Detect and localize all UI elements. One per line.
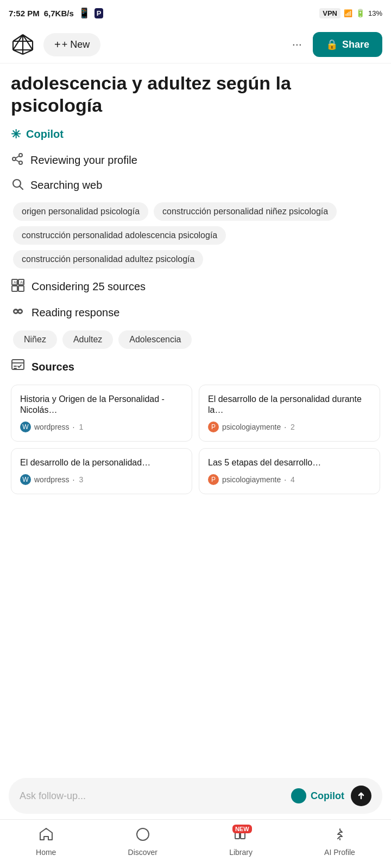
nav-home[interactable]: Home [25,822,67,861]
tag-0[interactable]: origen personalidad psicología [13,202,148,221]
header: + + New ··· 🔒 Share [0,26,391,63]
copilot-toggle-dot [291,788,306,803]
source-favicon-2: W [20,474,31,485]
source-site-3: psicologiaymente [222,475,281,484]
source-card-3[interactable]: Las 5 etapas del desarrollo… P psicologi… [199,448,380,494]
searching-label: Searching web [30,179,102,192]
home-icon [39,827,54,846]
source-card-title-3: Las 5 etapas del desarrollo… [208,457,371,469]
tag-1[interactable]: construcción personalidad niñez psicolog… [154,202,337,221]
send-button[interactable] [351,786,371,806]
source-card-footer-0: W wordpress · 1 [20,422,183,432]
svg-rect-22 [18,286,24,291]
source-card-0[interactable]: Historia y Origen de la Personalidad - N… [11,385,192,442]
vpn-badge: VPN [319,8,340,18]
svg-text:AI: AI [20,280,24,284]
plus-icon: + [54,39,61,51]
reviewing-label: Reviewing your profile [30,154,137,167]
svg-text:AI: AI [14,280,17,284]
source-dot-0: · [73,423,75,431]
source-site-0: wordpress [34,423,70,431]
reading-tag-1[interactable]: Adultez [62,330,113,349]
nav-library-label: Library [229,848,253,857]
searching-step: Searching web [11,177,380,194]
source-card-2[interactable]: El desarrollo de la personalidad… W word… [11,448,192,494]
nav-discover[interactable]: Discover [117,822,168,861]
new-button[interactable]: + + New [43,33,100,56]
considering-icon: AI AI [11,278,25,296]
status-left: 7:52 PM 6,7KB/s 📱 P [9,7,103,19]
source-favicon-0: W [20,422,31,432]
app-icon: P [94,8,104,18]
bottom-nav: Home Discover NEW Library [0,819,391,868]
whatsapp-icon: 📱 [78,7,90,19]
copilot-star-icon: ✳ [11,127,21,142]
new-label: + New [62,39,90,50]
nav-home-label: Home [36,848,56,857]
copilot-label: ✳ Copilot [11,127,380,142]
source-card-title-2: El desarrollo de la personalidad… [20,457,183,469]
nav-ai-profile[interactable]: AI Profile [313,822,366,861]
ai-profile-icon [332,827,348,846]
copilot-toggle-label: Copilot [311,790,344,802]
status-bar: 7:52 PM 6,7KB/s 📱 P VPN 📶 🔋 13% [0,0,391,26]
time: 7:52 PM [9,9,40,18]
discover-icon [135,827,150,846]
source-num-3: 4 [291,475,295,484]
nav-discover-label: Discover [128,848,157,857]
more-button[interactable]: ··· [288,33,306,56]
considering-label: Considering 25 sources [31,280,146,293]
share-button[interactable]: 🔒 Share [313,32,382,57]
svg-line-16 [16,156,20,158]
source-card-footer-1: P psicologiaymente · 2 [208,422,371,432]
reading-tag-0[interactable]: Niñez [13,330,57,349]
search-icon [11,177,24,194]
nav-ai-profile-label: AI Profile [324,848,355,857]
svg-line-15 [16,159,20,162]
sources-header: Sources [11,359,380,376]
signal-icon: 📶 [344,9,352,17]
reading-label: Reading response [31,307,119,319]
page-title: adolescencia y adultez según la psicolog… [11,72,380,117]
source-dot-1: · [284,423,286,431]
sources-icon [11,359,25,376]
source-card-title-1: El desarrollo de la personalidad durante… [208,394,371,417]
source-card-footer-3: P psicologiaymente · 4 [208,474,371,485]
sources-label: Sources [31,361,74,373]
source-num-0: 1 [79,423,83,431]
main-content: adolescencia y adultez según la psicolog… [0,63,391,609]
reading-step: Reading response [11,304,380,322]
battery-icon: 🔋 [356,9,365,17]
source-num-1: 2 [291,423,295,431]
app-logo [9,30,37,59]
library-new-badge: NEW [232,825,252,833]
reading-icon [11,304,25,322]
ask-input-placeholder[interactable]: Ask follow-up... [20,790,285,802]
status-right: VPN 📶 🔋 13% [319,8,382,18]
reading-tags: Niñez Adultez Adolescencia [11,330,380,349]
source-card-title-0: Historia y Origen de la Personalidad - N… [20,394,183,417]
review-icon [11,152,24,169]
reading-tag-2[interactable]: Adolescencia [118,330,192,349]
tag-2[interactable]: construcción personalidad adolescencia p… [13,226,226,245]
copilot-text: Copilot [26,128,64,141]
reviewing-step: Reviewing your profile [11,152,380,169]
ask-bar: Ask follow-up... Copilot [9,778,382,814]
nav-library[interactable]: NEW Library [218,822,263,861]
source-site-1: psicologiaymente [222,423,281,431]
source-favicon-3: P [208,474,219,485]
considering-step: AI AI Considering 25 sources [11,278,380,296]
source-num-2: 3 [79,475,83,484]
source-card-1[interactable]: El desarrollo de la personalidad durante… [199,385,380,442]
source-card-footer-2: W wordpress · 3 [20,474,183,485]
tag-3[interactable]: construcción personalidad adultez psicol… [13,250,203,269]
search-tags: origen personalidad psicología construcc… [11,202,380,269]
svg-marker-33 [140,832,146,837]
share-label: Share [342,39,369,50]
source-favicon-1: P [208,422,219,432]
lock-icon: 🔒 [326,39,338,50]
svg-rect-21 [12,286,17,291]
copilot-toggle[interactable]: Copilot [291,788,344,803]
source-dot-3: · [284,475,286,484]
more-dots: ··· [292,37,302,51]
